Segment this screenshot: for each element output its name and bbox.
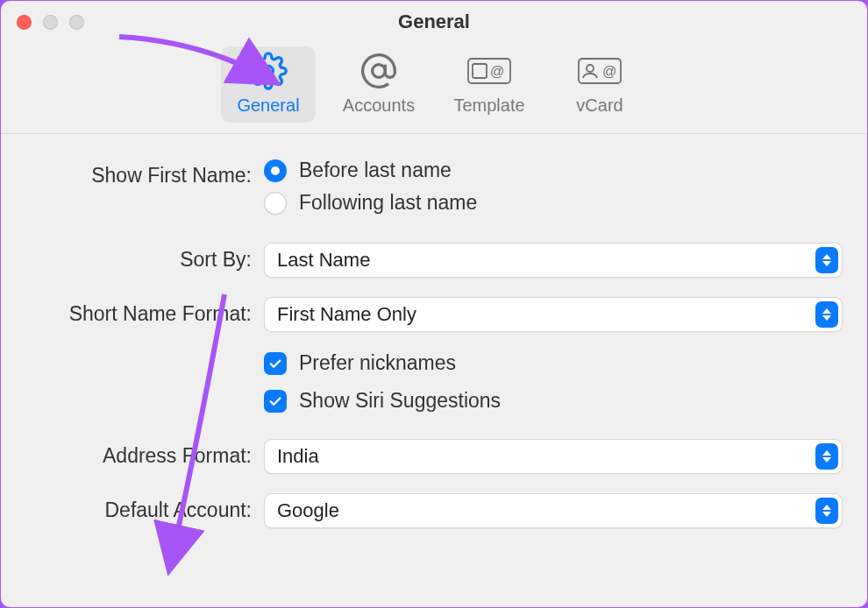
tab-label: Accounts <box>343 95 415 116</box>
default-account-select[interactable]: Google <box>264 493 843 528</box>
radio-label: Following last name <box>299 191 477 215</box>
show-first-name-label: Show First Name: <box>25 159 264 187</box>
traffic-lights <box>17 15 84 30</box>
tab-label: vCard <box>576 95 623 116</box>
tab-vcard[interactable]: @ vCard <box>552 46 647 123</box>
chevron-up-down-icon <box>815 247 838 273</box>
tab-label: Template <box>453 95 524 116</box>
at-sign-icon <box>359 52 398 90</box>
zoom-icon <box>69 15 84 30</box>
default-account-label: Default Account: <box>25 493 264 522</box>
siri-suggestions-checkbox[interactable] <box>264 390 287 413</box>
gear-icon <box>249 52 288 90</box>
chevron-up-down-icon <box>815 498 838 524</box>
svg-point-0 <box>373 65 386 78</box>
tab-accounts[interactable]: Accounts <box>331 46 426 123</box>
checkbox-label: Prefer nicknames <box>299 351 456 375</box>
select-value: India <box>277 445 319 468</box>
svg-rect-2 <box>473 64 487 78</box>
address-format-label: Address Format: <box>25 439 264 468</box>
select-value: First Name Only <box>277 303 416 326</box>
minimize-icon <box>43 15 58 30</box>
tab-general[interactable]: General <box>221 46 316 123</box>
select-value: Google <box>277 499 339 522</box>
radio-before-last-name[interactable] <box>264 159 287 182</box>
vcard-icon: @ <box>577 52 623 90</box>
preferences-window: General General Accounts @ Template @ vC… <box>1 1 867 607</box>
titlebar: General <box>1 1 867 43</box>
address-format-select[interactable]: India <box>264 439 843 474</box>
prefer-nicknames-checkbox[interactable] <box>264 352 287 375</box>
checkbox-label: Show Siri Suggestions <box>299 389 501 413</box>
svg-point-5 <box>587 65 594 72</box>
tab-template[interactable]: @ Template <box>442 46 537 123</box>
general-settings: Show First Name: Before last name Follow… <box>1 134 867 607</box>
short-name-format-label: Short Name Format: <box>25 297 264 326</box>
radio-label: Before last name <box>299 159 452 182</box>
preference-toolbar: General Accounts @ Template @ vCard <box>1 43 867 134</box>
sort-by-label: Sort By: <box>25 243 264 272</box>
short-name-format-select[interactable]: First Name Only <box>264 297 843 332</box>
select-value: Last Name <box>277 249 370 272</box>
svg-text:@: @ <box>602 64 616 79</box>
close-icon[interactable] <box>17 15 32 30</box>
window-title: General <box>398 11 470 33</box>
svg-text:@: @ <box>490 64 504 79</box>
sort-by-select[interactable]: Last Name <box>264 243 843 278</box>
chevron-up-down-icon <box>815 443 838 470</box>
radio-following-last-name[interactable] <box>264 192 287 215</box>
template-icon: @ <box>466 52 512 90</box>
chevron-up-down-icon <box>815 301 838 328</box>
tab-label: General <box>237 95 299 116</box>
